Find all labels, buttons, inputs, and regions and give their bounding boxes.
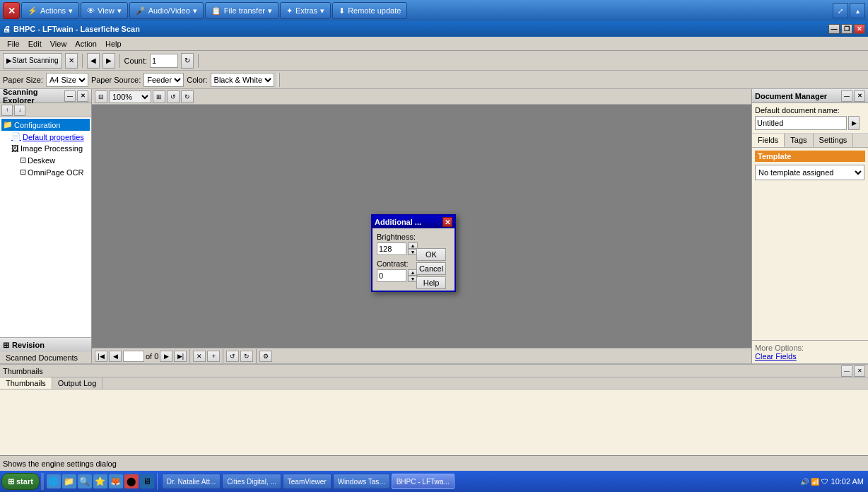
- dm-minimize-btn[interactable]: —: [841, 90, 852, 102]
- scanned-documents-item[interactable]: Scanned Documents: [0, 352, 91, 363]
- quick-launch-icon3[interactable]: 🔍: [78, 474, 92, 488]
- dialog-close-button[interactable]: ✕: [442, 217, 452, 227]
- tab-fields[interactable]: Fields: [752, 134, 785, 147]
- tree-item-omnipage-ocr[interactable]: ⊡ OmniPage OCR: [18, 166, 90, 178]
- zoom-in-btn[interactable]: ⊞: [153, 90, 165, 103]
- taskbar-app-cities[interactable]: Cities Digital, ...: [222, 474, 281, 489]
- close-button[interactable]: ✕: [3, 2, 20, 19]
- taskbar-app-windows[interactable]: Windows Tas...: [333, 474, 390, 489]
- se-minimize-btn[interactable]: —: [64, 90, 76, 102]
- zoom-select[interactable]: 100%: [109, 90, 151, 103]
- dm-close-btn[interactable]: ✕: [854, 90, 865, 102]
- forward-button[interactable]: ▶: [102, 53, 115, 69]
- paper-size-label: Paper Size:: [3, 76, 43, 84]
- rotate-right-nav-btn[interactable]: ↻: [240, 351, 253, 362]
- page-input[interactable]: [123, 351, 144, 362]
- window-controls: ⤢ ▴: [833, 3, 865, 18]
- se-tb-btn2[interactable]: ↓: [14, 105, 25, 116]
- next-page-btn[interactable]: ▶: [160, 351, 172, 362]
- actions-button[interactable]: ⚡ Actions ▾: [21, 2, 79, 19]
- brightness-input[interactable]: [377, 242, 406, 255]
- se-close-btn[interactable]: ✕: [77, 90, 88, 102]
- extras-button[interactable]: ✦ Extras ▾: [280, 2, 331, 19]
- taskbar-app-natalie[interactable]: Dr. Natalie Att...: [162, 474, 221, 489]
- tree-item-deskew[interactable]: ⊡ Deskew: [18, 154, 90, 166]
- dropdown-arrow-icon2: ▾: [117, 6, 122, 16]
- restore-button[interactable]: ❐: [841, 24, 852, 34]
- first-page-btn[interactable]: |◀: [95, 351, 107, 362]
- tree-item-image-processing[interactable]: 🖼 Image Processing: [10, 143, 90, 154]
- settings-nav-btn[interactable]: ⚙: [259, 351, 272, 362]
- view-button[interactable]: 👁 View ▾: [81, 2, 128, 19]
- help-button[interactable]: Help: [416, 276, 446, 289]
- count-input[interactable]: [150, 54, 178, 68]
- delete-btn[interactable]: ✕: [193, 351, 206, 362]
- view-toolbar: ⊟ 100% ⊞ ↺ ↻: [92, 89, 751, 105]
- start-scanning-button[interactable]: ▶ Start Scanning: [3, 53, 62, 69]
- thumb-tab-output-log[interactable]: Output Log: [52, 377, 102, 389]
- start-button[interactable]: ⊞ start: [1, 473, 40, 490]
- rotate-left-btn[interactable]: ↺: [167, 90, 180, 103]
- title-bar-left: 🖨 BHPC - LFTwain - Laserfiche Scan: [3, 25, 140, 33]
- stop-button[interactable]: ✕: [65, 53, 78, 69]
- taskbar-app-bhpc[interactable]: BHPC - LFTwa...: [392, 474, 454, 489]
- doc-name-section: Default document name: ▶: [752, 103, 868, 134]
- expand-button[interactable]: ⤢: [833, 3, 848, 18]
- center-panel: ⊟ 100% ⊞ ↺ ↻ Additional ... ✕: [92, 89, 751, 363]
- menu-file[interactable]: File: [3, 38, 24, 49]
- cancel-button[interactable]: Cancel: [416, 262, 446, 275]
- menu-view[interactable]: View: [46, 38, 71, 49]
- color-select[interactable]: Black & White: [211, 73, 274, 87]
- ok-button[interactable]: OK: [416, 248, 446, 261]
- tree-item-configuration[interactable]: 📁 Configuration: [1, 119, 90, 131]
- doc-name-expand-btn[interactable]: ▶: [848, 116, 860, 130]
- prev-page-btn[interactable]: ◀: [109, 351, 122, 362]
- right-panel-bottom: More Options: Clear Fields: [752, 340, 868, 363]
- last-page-btn[interactable]: ▶|: [174, 351, 187, 362]
- quick-launch-icon4[interactable]: ⭐: [93, 474, 107, 488]
- dialog-buttons: OK Cancel Help: [416, 248, 446, 289]
- tab-settings[interactable]: Settings: [814, 134, 854, 147]
- scanning-explorer-toolbar: ↑ ↓: [0, 103, 91, 117]
- se-tb-btn1[interactable]: ↑: [1, 105, 13, 116]
- revision-header[interactable]: ⊞ Revision: [0, 338, 91, 352]
- tree-item-default-properties[interactable]: 📄 Default properties: [10, 131, 90, 143]
- taskbar-app-teamviewer[interactable]: TeamViewer: [283, 474, 332, 489]
- add-btn[interactable]: +: [207, 351, 220, 362]
- quick-launch-icon5[interactable]: 🦊: [109, 474, 123, 488]
- back-button[interactable]: ◀: [87, 53, 100, 69]
- menu-help[interactable]: Help: [101, 38, 126, 49]
- menu-action[interactable]: Action: [71, 38, 101, 49]
- app-title: BHPC - LFTwain - Laserfiche Scan: [13, 25, 140, 33]
- count-label: Count:: [124, 57, 147, 65]
- contrast-input[interactable]: [377, 269, 406, 282]
- doc-name-input[interactable]: [755, 116, 847, 130]
- quick-launch-icon2[interactable]: 📁: [62, 474, 76, 488]
- dialog-title: Additional ...: [375, 218, 421, 226]
- zoom-out-btn[interactable]: ⊟: [95, 90, 107, 103]
- thumb-minimize-btn[interactable]: —: [841, 365, 852, 377]
- quick-launch-icon6[interactable]: ⬤: [124, 474, 139, 488]
- file-transfer-button[interactable]: 📋 File transfer ▾: [205, 2, 278, 19]
- action-bar: ✕ ⚡ Actions ▾ 👁 View ▾ 🎤 Audio/Video ▾ 📋…: [0, 0, 868, 21]
- thumb-tab-thumbnails[interactable]: Thumbnails: [0, 377, 52, 389]
- quick-launch-icon7[interactable]: 🖥: [140, 474, 154, 488]
- quick-launch-icon1[interactable]: 🌐: [47, 474, 61, 488]
- remote-update-button[interactable]: ⬇ Remote update: [332, 2, 407, 19]
- rotate-right-btn[interactable]: ↻: [181, 90, 194, 103]
- paper-source-select[interactable]: Feeder: [143, 73, 184, 87]
- tab-tags[interactable]: Tags: [785, 134, 813, 147]
- collapse-button[interactable]: ▴: [850, 3, 865, 18]
- dialog-inner: Brightness: ▲ ▼ Contrast:: [377, 233, 450, 286]
- close-app-button[interactable]: ✕: [854, 24, 865, 34]
- refresh-button[interactable]: ↻: [181, 53, 194, 69]
- rotate-left-nav-btn[interactable]: ↺: [226, 351, 239, 362]
- minimize-button[interactable]: —: [828, 24, 840, 34]
- clear-fields-link[interactable]: Clear Fields: [755, 352, 797, 361]
- windows-logo-icon: ⊞: [8, 477, 14, 486]
- template-select[interactable]: No template assigned: [755, 165, 864, 180]
- thumb-close-btn[interactable]: ✕: [854, 365, 865, 377]
- audio-video-button[interactable]: 🎤 Audio/Video ▾: [129, 2, 204, 19]
- menu-edit[interactable]: Edit: [24, 38, 46, 49]
- paper-size-select[interactable]: A4 Size: [46, 73, 88, 87]
